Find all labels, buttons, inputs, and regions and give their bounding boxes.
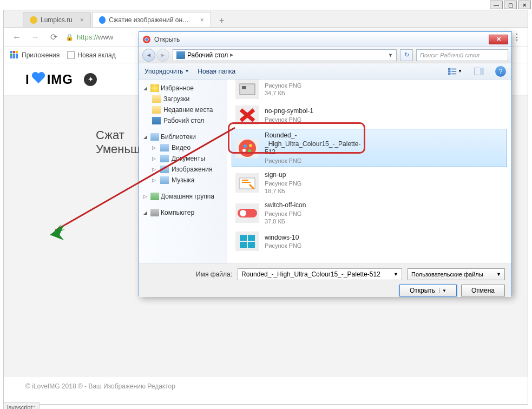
computer-group: ◢ Компьютер (139, 207, 227, 218)
sidebar-item-music[interactable]: ▷Музыка (141, 175, 225, 186)
chevron-down-icon: ▼ (439, 288, 446, 293)
folder-icon (160, 144, 169, 151)
breadcrumb-dropdown-icon[interactable]: ▼ (388, 52, 393, 58)
tab-lumpics[interactable]: Lumpics.ru × (23, 12, 91, 27)
reload-button[interactable]: ⟳ (47, 31, 60, 44)
tab-close-icon[interactable]: × (80, 16, 84, 24)
apps-button[interactable]: Приложения (10, 51, 60, 60)
menu-button[interactable]: ⋮ (513, 32, 521, 42)
homegroup-header[interactable]: ▷ Домашняя группа (141, 191, 225, 202)
gear-icon[interactable]: ✦ (84, 73, 97, 86)
help-button[interactable]: ? (495, 66, 506, 77)
new-tab-button[interactable]: + (215, 14, 228, 27)
homegroup-label: Домашняя группа (161, 193, 214, 200)
collapse-arrow-icon: ▷ (143, 194, 149, 199)
sidebar-item-video[interactable]: ▷Видео (141, 142, 225, 153)
preview-pane-button[interactable] (471, 66, 487, 77)
collapse-arrow-icon: ▷ (152, 177, 157, 183)
file-thumb (235, 173, 259, 193)
dialog-body: ◢ Избранное Загрузки Недавние места Рабо… (139, 80, 511, 263)
open-label: Открыть (410, 287, 435, 294)
svg-rect-7 (448, 72, 450, 75)
computer-header[interactable]: ◢ Компьютер (141, 207, 225, 218)
open-button[interactable]: Открыть ▼ (399, 285, 457, 296)
forward-button[interactable]: → (29, 31, 42, 44)
apps-label: Приложения (22, 51, 60, 59)
desktop-icon (176, 51, 185, 59)
maximize-button[interactable]: ▢ (504, 1, 517, 9)
filename-input[interactable]: Rounded_-_High_Ultra_Colour15_-_Palette-… (238, 268, 402, 280)
expand-arrow-icon: ◢ (143, 134, 149, 140)
file-item[interactable]: sign-upРисунок PNG18,7 КБ (232, 168, 507, 197)
tab-title: Lumpics.ru (41, 16, 73, 24)
filetype-value: Пользовательские файлы (411, 271, 483, 278)
breadcrumb[interactable]: Рабочий стол ▶ ▼ (173, 49, 397, 61)
view-mode-button[interactable]: ▼ (448, 66, 463, 77)
search-input[interactable]: Поиск: Рабочий стол (416, 49, 508, 61)
collapse-arrow-icon: ▷ (152, 145, 157, 150)
sidebar-item-images[interactable]: ▷Изображения (141, 164, 225, 175)
star-icon (150, 84, 159, 92)
chevron-down-icon: ▼ (393, 272, 398, 277)
filename-value: Rounded_-_High_Ultra_Colour15_-_Palette-… (241, 271, 380, 278)
organize-button[interactable]: Упорядочить ▼ (145, 68, 189, 75)
sidebar-item-desktop[interactable]: Рабочий стол (141, 115, 225, 126)
sidebar-item-recent[interactable]: Недавние места (141, 104, 225, 115)
search-placeholder: Поиск: Рабочий стол (420, 52, 480, 58)
svg-rect-6 (451, 71, 456, 72)
svg-rect-3 (448, 68, 450, 70)
sidebar-item-documents[interactable]: ▷Документы (141, 153, 225, 164)
libraries-label: Библиотеки (161, 133, 196, 141)
libraries-header[interactable]: ◢ Библиотеки (141, 131, 225, 142)
back-button[interactable]: ← (10, 31, 23, 44)
filetype-select[interactable]: Пользовательские файлы ▼ (408, 268, 505, 280)
collapse-arrow-icon: ▷ (152, 167, 157, 172)
minimize-button[interactable]: — (490, 1, 503, 9)
svg-point-13 (239, 140, 256, 157)
close-button[interactable]: ✕ (518, 1, 531, 9)
chrome-icon (142, 35, 151, 44)
file-thumb (235, 138, 259, 158)
dialog-titlebar[interactable]: Открыть ✕ (139, 32, 511, 47)
refresh-button[interactable]: ↻ (400, 49, 413, 61)
collapse-arrow-icon: ▷ (152, 156, 157, 161)
svg-rect-5 (448, 70, 450, 72)
file-item[interactable]: Рисунок PNG34,7 КБ (232, 80, 507, 102)
file-item[interactable]: windows-10Рисунок PNG (232, 229, 507, 254)
folder-icon (160, 155, 169, 162)
bookmark-new-tab[interactable]: Новая вклад (67, 51, 116, 59)
file-thumb (235, 105, 259, 125)
dialog-footer: Имя файла: Rounded_-_High_Ultra_Colour15… (139, 263, 511, 297)
svg-rect-22 (248, 235, 255, 241)
svg-point-20 (240, 210, 246, 216)
new-folder-button[interactable]: Новая папка (198, 68, 235, 75)
logo-text-img: IMG (47, 72, 73, 87)
file-item[interactable]: switch-off-iconРисунок PNG37,0 КБ (232, 199, 507, 228)
file-list[interactable]: Рисунок PNG34,7 КБ no-png-symbol-1Рисуно… (227, 80, 511, 263)
svg-rect-12 (242, 86, 246, 89)
computer-label: Компьютер (161, 209, 194, 216)
file-thumb (235, 232, 259, 251)
computer-icon (150, 209, 159, 216)
nav-back-button[interactable]: ◄ (142, 49, 155, 62)
dialog-close-button[interactable]: ✕ (489, 35, 508, 44)
cancel-button[interactable]: Отмена (461, 285, 505, 296)
tab-bar: Lumpics.ru × Сжатие изображений онлайн F… (4, 10, 528, 28)
file-item[interactable]: no-png-symbol-1Рисунок PNG (232, 103, 507, 128)
svg-rect-8 (451, 73, 456, 74)
libraries-group: ◢ Библиотеки ▷Видео ▷Документы ▷Изображе… (139, 131, 227, 186)
file-item-selected[interactable]: Rounded_-_High_Ultra_Colour15_-_Palette-… (232, 129, 507, 167)
tab-title: Сжатие изображений онлайн F (109, 16, 193, 24)
favorites-header[interactable]: ◢ Избранное (141, 83, 225, 94)
nav-forward-button[interactable]: ► (156, 49, 169, 62)
breadcrumb-arrow-icon: ▶ (230, 52, 233, 57)
chevron-down-icon: ▼ (496, 272, 501, 277)
svg-rect-23 (240, 242, 247, 248)
favorites-group: ◢ Избранное Загрузки Недавние места Рабо… (139, 83, 227, 126)
iloveimg-logo[interactable]: I IMG (25, 71, 73, 88)
sidebar-item-downloads[interactable]: Загрузки (141, 94, 225, 104)
tab-close-icon[interactable]: × (200, 16, 204, 24)
tab-iloveimg[interactable]: Сжатие изображений онлайн F × (92, 12, 211, 27)
filename-label: Имя файла: (146, 271, 232, 278)
bookmark-label: Новая вклад (77, 51, 116, 59)
